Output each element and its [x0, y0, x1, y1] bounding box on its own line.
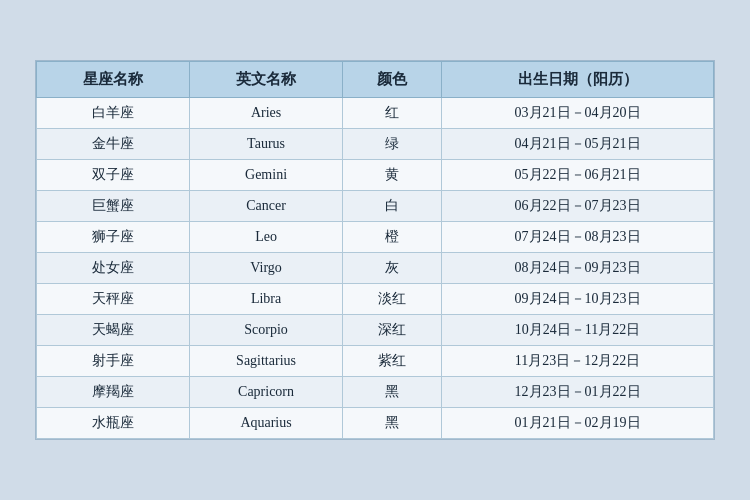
- table-cell-4-2: 橙: [343, 222, 442, 253]
- table-cell-3-2: 白: [343, 191, 442, 222]
- table-cell-3-3: 06月22日－07月23日: [442, 191, 714, 222]
- table-header-col-0: 星座名称: [37, 62, 190, 98]
- table-cell-2-1: Gemini: [190, 160, 343, 191]
- table-cell-0-2: 红: [343, 98, 442, 129]
- table-cell-7-0: 天蝎座: [37, 315, 190, 346]
- table-row: 双子座Gemini黄05月22日－06月21日: [37, 160, 714, 191]
- table-body: 白羊座Aries红03月21日－04月20日金牛座Taurus绿04月21日－0…: [37, 98, 714, 439]
- table-cell-3-0: 巨蟹座: [37, 191, 190, 222]
- table-row: 白羊座Aries红03月21日－04月20日: [37, 98, 714, 129]
- table-cell-4-3: 07月24日－08月23日: [442, 222, 714, 253]
- table-cell-1-1: Taurus: [190, 129, 343, 160]
- table-cell-2-3: 05月22日－06月21日: [442, 160, 714, 191]
- table-row: 处女座Virgo灰08月24日－09月23日: [37, 253, 714, 284]
- table-row: 金牛座Taurus绿04月21日－05月21日: [37, 129, 714, 160]
- table-cell-7-1: Scorpio: [190, 315, 343, 346]
- table-cell-1-2: 绿: [343, 129, 442, 160]
- table-header-col-1: 英文名称: [190, 62, 343, 98]
- table-cell-6-0: 天秤座: [37, 284, 190, 315]
- table-row: 天蝎座Scorpio深红10月24日－11月22日: [37, 315, 714, 346]
- table-cell-1-0: 金牛座: [37, 129, 190, 160]
- table-cell-7-2: 深红: [343, 315, 442, 346]
- table-row: 巨蟹座Cancer白06月22日－07月23日: [37, 191, 714, 222]
- table-cell-8-2: 紫红: [343, 346, 442, 377]
- table-row: 水瓶座Aquarius黑01月21日－02月19日: [37, 408, 714, 439]
- table-cell-9-3: 12月23日－01月22日: [442, 377, 714, 408]
- zodiac-table: 星座名称英文名称颜色出生日期（阳历） 白羊座Aries红03月21日－04月20…: [36, 61, 714, 439]
- table-cell-3-1: Cancer: [190, 191, 343, 222]
- table-header-row: 星座名称英文名称颜色出生日期（阳历）: [37, 62, 714, 98]
- table-cell-7-3: 10月24日－11月22日: [442, 315, 714, 346]
- table-cell-6-2: 淡红: [343, 284, 442, 315]
- table-cell-4-0: 狮子座: [37, 222, 190, 253]
- table-header-col-2: 颜色: [343, 62, 442, 98]
- table-cell-0-0: 白羊座: [37, 98, 190, 129]
- table-cell-5-2: 灰: [343, 253, 442, 284]
- table-cell-9-2: 黑: [343, 377, 442, 408]
- table-cell-5-3: 08月24日－09月23日: [442, 253, 714, 284]
- table-cell-2-2: 黄: [343, 160, 442, 191]
- table-cell-8-3: 11月23日－12月22日: [442, 346, 714, 377]
- table-cell-0-1: Aries: [190, 98, 343, 129]
- table-cell-8-0: 射手座: [37, 346, 190, 377]
- table-row: 天秤座Libra淡红09月24日－10月23日: [37, 284, 714, 315]
- table-cell-0-3: 03月21日－04月20日: [442, 98, 714, 129]
- table-cell-10-2: 黑: [343, 408, 442, 439]
- table-cell-6-1: Libra: [190, 284, 343, 315]
- table-cell-4-1: Leo: [190, 222, 343, 253]
- table-cell-2-0: 双子座: [37, 160, 190, 191]
- table-cell-10-0: 水瓶座: [37, 408, 190, 439]
- table-cell-10-3: 01月21日－02月19日: [442, 408, 714, 439]
- table-cell-9-1: Capricorn: [190, 377, 343, 408]
- table-cell-5-1: Virgo: [190, 253, 343, 284]
- table-cell-1-3: 04月21日－05月21日: [442, 129, 714, 160]
- table-cell-8-1: Sagittarius: [190, 346, 343, 377]
- table-row: 狮子座Leo橙07月24日－08月23日: [37, 222, 714, 253]
- table-cell-9-0: 摩羯座: [37, 377, 190, 408]
- zodiac-table-container: 星座名称英文名称颜色出生日期（阳历） 白羊座Aries红03月21日－04月20…: [35, 60, 715, 440]
- table-cell-6-3: 09月24日－10月23日: [442, 284, 714, 315]
- table-row: 射手座Sagittarius紫红11月23日－12月22日: [37, 346, 714, 377]
- table-cell-5-0: 处女座: [37, 253, 190, 284]
- table-cell-10-1: Aquarius: [190, 408, 343, 439]
- table-row: 摩羯座Capricorn黑12月23日－01月22日: [37, 377, 714, 408]
- table-header-col-3: 出生日期（阳历）: [442, 62, 714, 98]
